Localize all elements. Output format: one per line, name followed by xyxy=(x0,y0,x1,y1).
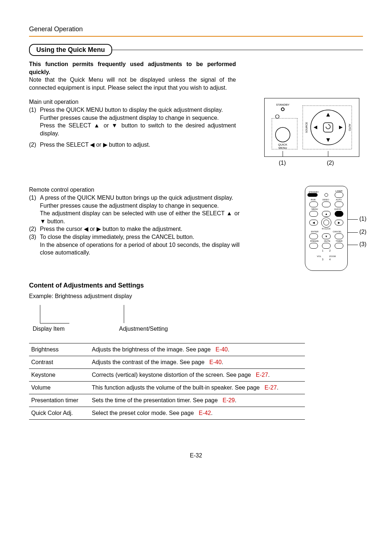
item-brightness: Brightness xyxy=(29,343,90,356)
list-marker: (2) xyxy=(29,225,40,233)
remote-diagram-col: STANDBYSTANDBY LASER RGBVIDEOAUTO MENUQU… xyxy=(254,186,363,271)
intro-bold: This function permits frequently used ad… xyxy=(29,61,236,75)
svg-point-2 xyxy=(275,127,290,142)
main-unit-1b: Further presses cause the adjustment dis… xyxy=(40,115,219,121)
desc-contrast: Adjusts the contrast of the image. See p… xyxy=(90,356,305,369)
remote-3a: To close the display immediately, press … xyxy=(40,234,194,240)
legend-2: (2) xyxy=(327,160,334,166)
list-marker: (2) xyxy=(29,141,40,149)
svg-text:QUICK: QUICK xyxy=(278,143,287,146)
svg-point-0 xyxy=(281,108,284,111)
remote-mark-3: (3) xyxy=(359,241,367,248)
intro-block: This function permits frequently used ad… xyxy=(29,60,236,91)
table-row: Volume This function adjusts the volume … xyxy=(29,382,305,394)
main-unit-legend: (1) (2) xyxy=(265,160,359,166)
svg-marker-10 xyxy=(314,126,317,129)
table-row: Contrast Adjusts the contrast of the ima… xyxy=(29,356,305,369)
header-rule xyxy=(29,36,363,37)
item-quick-color: Quick Color Adj. xyxy=(29,407,90,420)
page-link[interactable]: E-42 xyxy=(199,410,211,416)
list-marker: (1) xyxy=(29,194,40,225)
svg-marker-9 xyxy=(326,138,330,142)
main-unit-heading: Main unit operation xyxy=(29,98,236,106)
desc-presentation-timer: Sets the time of the presentation timer.… xyxy=(90,394,305,407)
table-row: Quick Color Adj. Select the preset color… xyxy=(29,407,305,420)
remote-2: Press the cursor ◀ or ▶ button to make t… xyxy=(40,225,240,233)
main-unit-diagram-col: STANDBY QUICK MENU xyxy=(250,98,359,166)
item-volume: Volume xyxy=(29,382,90,394)
remote-text: Remote control operation (1) A press of … xyxy=(29,186,240,256)
table-row: Keystone Corrects (vertical) keystone di… xyxy=(29,369,305,382)
remote-3b: In the absence of operations for a perio… xyxy=(40,242,240,256)
page-link[interactable]: E-40 xyxy=(216,346,228,353)
settings-table: Brightness Adjusts the brightness of the… xyxy=(29,343,305,420)
desc-quick-color: Select the preset color mode. See page E… xyxy=(90,407,305,420)
page-link[interactable]: E-40 xyxy=(209,359,222,365)
svg-text:AUTO: AUTO xyxy=(348,124,351,131)
page-link[interactable]: E-27 xyxy=(265,384,277,391)
remote-mark-2: (2) xyxy=(359,229,367,235)
svg-point-1 xyxy=(275,115,279,118)
page-container: General Operation Using the Quick Menu T… xyxy=(0,0,392,473)
desc-volume: This function adjusts the volume of the … xyxy=(90,382,305,394)
page-link[interactable]: E-27 xyxy=(256,372,268,378)
svg-text:SOURCE: SOURCE xyxy=(305,122,308,133)
section-title: Using the Quick Menu xyxy=(29,44,112,56)
remote-1b: Further presses cause the adjustment dis… xyxy=(40,203,219,209)
callout-diagram xyxy=(29,305,363,323)
intro-note: Note that the Quick Menu will not be dis… xyxy=(29,77,236,91)
page-number: E-32 xyxy=(29,452,363,459)
standby-label: STANDBY xyxy=(276,103,290,106)
main-unit-text: Main unit operation (1) Press the QUICK … xyxy=(29,98,236,149)
item-contrast: Contrast xyxy=(29,356,90,369)
adjustment-setting-label: Adjustment/Setting xyxy=(119,326,168,332)
main-unit-2: Press the SELECT ◀ or ▶ button to adjust… xyxy=(40,141,236,149)
table-row: Presentation timer Sets the time of the … xyxy=(29,394,305,407)
remote-mark-1: (1) xyxy=(359,216,367,222)
legend-1: (1) xyxy=(279,160,286,166)
table-row: Brightness Adjusts the brightness of the… xyxy=(29,343,305,356)
page-link[interactable]: E-29 xyxy=(222,397,235,403)
main-unit-row: Main unit operation (1) Press the QUICK … xyxy=(29,98,363,166)
item-presentation-timer: Presentation timer xyxy=(29,394,90,407)
svg-rect-7 xyxy=(323,123,333,132)
display-item-label: Display Item xyxy=(33,326,65,332)
list-marker: (3) xyxy=(29,233,40,257)
desc-brightness: Adjusts the brightness of the image. See… xyxy=(90,343,305,356)
list-marker: (1) xyxy=(29,106,40,137)
svg-marker-11 xyxy=(339,126,343,129)
content-heading: Content of Adjustments and Settings xyxy=(29,282,363,289)
remote-heading: Remote control operation xyxy=(29,186,240,194)
main-unit-diagram: STANDBY QUICK MENU xyxy=(264,98,359,157)
callout-labels: Display Item Adjustment/Setting xyxy=(29,326,363,332)
remote-1c: The adjustment display can be selected w… xyxy=(40,210,240,224)
remote-1a: A press of the QUICK MENU button brings … xyxy=(40,195,233,201)
remote-diagram: STANDBYSTANDBY LASER RGBVIDEOAUTO MENUQU… xyxy=(305,186,363,271)
item-keystone: Keystone xyxy=(29,369,90,382)
svg-rect-5 xyxy=(303,106,352,149)
desc-keystone: Corrects (vertical) keystone distortion … xyxy=(90,369,305,382)
main-unit-1c: Press the SELECT ▲ or ▼ button to switch… xyxy=(40,122,236,137)
example-text: Example: Brightness adjustment display xyxy=(29,293,363,300)
main-unit-1a: Press the QUICK MENU button to display t… xyxy=(40,107,223,113)
section-header: General Operation xyxy=(29,25,363,33)
svg-marker-8 xyxy=(326,113,330,117)
section-title-line xyxy=(111,50,363,50)
remote-row: Remote control operation (1) A press of … xyxy=(29,186,363,271)
section-title-row: Using the Quick Menu xyxy=(29,44,363,56)
